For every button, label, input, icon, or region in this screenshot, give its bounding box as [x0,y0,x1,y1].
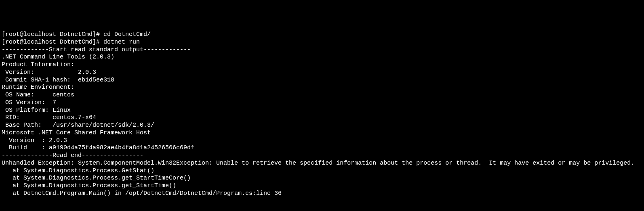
terminal-line: at System.Diagnostics.Process.get_StartT… [2,182,642,190]
terminal-line: Unhandled Exception: System.ComponentMod… [2,160,642,167]
terminal-line: .NET Command Line Tools (2.0.3) [2,54,642,61]
terminal-line: OS Platform: Linux [2,107,642,115]
terminal-line: at System.Diagnostics.Process.get_StartT… [2,175,642,182]
terminal-line: OS Name: centos [2,92,642,99]
terminal-line: --------------Read end----------------- [2,152,642,160]
terminal-line: OS Version: 7 [2,99,642,107]
terminal-line: -------------Start read standard output-… [2,46,642,54]
terminal-line: Build : a9190d4a75f4a982ae4b4fa8d1a24526… [2,144,642,152]
terminal-line: Commit SHA-1 hash: eb1d5ee318 [2,77,642,84]
terminal-line: Product Information: [2,61,642,69]
terminal-line: Base Path: /usr/share/dotnet/sdk/2.0.3/ [2,122,642,130]
terminal-line: at DotnetCmd.Program.Main() in /opt/Dotn… [2,190,642,198]
terminal-line: Version: 2.0.3 [2,69,642,77]
terminal-line: Microsoft .NET Core Shared Framework Hos… [2,130,642,137]
terminal-line: Runtime Environment: [2,84,642,92]
terminal-line: at System.Diagnostics.Process.GetStat() [2,167,642,175]
terminal-line: [root@localhost DotnetCmd]# dotnet run [2,39,642,46]
terminal-line: Version : 2.0.3 [2,137,642,145]
terminal-output[interactable]: [root@localhost DotnetCmd]# cd DotnetCmd… [2,31,642,198]
terminal-line: RID: centos.7-x64 [2,114,642,122]
terminal-line: [root@localhost DotnetCmd]# cd DotnetCmd… [2,31,642,39]
